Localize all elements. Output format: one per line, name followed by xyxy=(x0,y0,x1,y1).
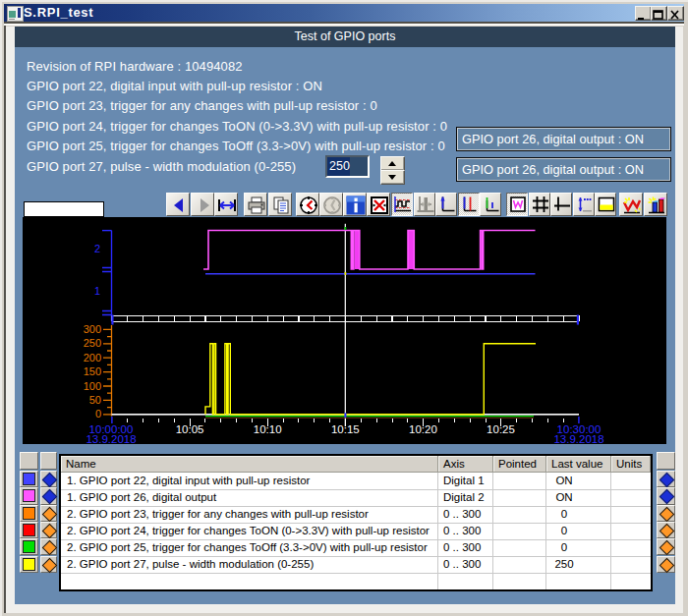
svg-text:13.9.2018: 13.9.2018 xyxy=(86,433,136,445)
svg-text:300: 300 xyxy=(84,323,101,335)
svg-text:10:05: 10:05 xyxy=(176,423,204,435)
svg-text:10:10: 10:10 xyxy=(254,423,282,435)
svg-text:10:20: 10:20 xyxy=(409,423,437,435)
svg-text:2: 2 xyxy=(94,243,100,254)
svg-text:150: 150 xyxy=(84,365,101,377)
svg-text:200: 200 xyxy=(84,352,101,364)
svg-text:250: 250 xyxy=(84,337,101,349)
svg-text:100: 100 xyxy=(84,380,101,392)
svg-text:10:15: 10:15 xyxy=(331,423,360,435)
svg-text:10:25: 10:25 xyxy=(487,423,515,435)
svg-text:13.9.2018: 13.9.2018 xyxy=(553,433,603,445)
svg-text:0: 0 xyxy=(95,408,101,420)
svg-text:50: 50 xyxy=(89,394,101,406)
svg-text:1: 1 xyxy=(94,285,100,297)
